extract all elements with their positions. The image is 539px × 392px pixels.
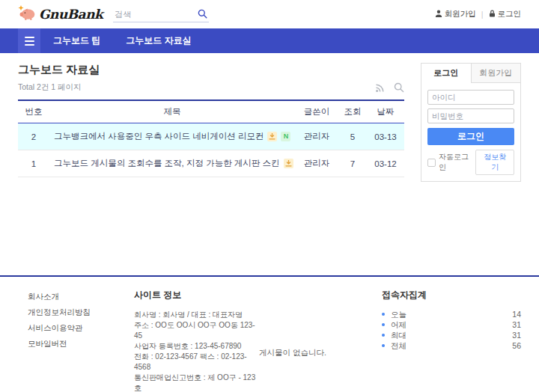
auto-login-label: 자동로그인 [439,152,475,173]
bullet-icon [382,313,385,316]
footer: 회사소개 개인정보처리방침 서비스이용약관 모바일버전 사이트 정보 회사명 :… [0,275,539,391]
stat-label: 어제 [391,319,406,330]
empty-board-message: 게시물이 없습니다. [259,348,326,358]
footer-site-info: 사이트 정보 회사명 : 회사명 / 대표 : 대표자명 주소 : OO도 OO… [134,289,259,392]
stat-row-total: 전체 56 [382,340,521,351]
password-field[interactable] [427,108,514,123]
page: GnuBank 회원가입 | [0,0,539,392]
lock-icon [489,10,496,19]
stat-label: 전체 [391,340,406,351]
post-author: 관리자 [295,131,338,142]
attachment-icon [267,132,277,141]
login-label: 로그인 [498,9,522,19]
stat-row-yesterday: 어제 31 [382,319,521,330]
site-info-line: 주소 : OO도 OO시 OO구 OO동 123-45 [134,320,259,341]
tab-login[interactable]: 로그인 [421,64,472,83]
logo-text: GnuBank [39,7,103,22]
post-date: 03-13 [367,132,404,141]
board-tools [375,82,404,93]
footer-visitor-stats: 접속자집계 오늘 14 어제 31 최대 31 [382,289,521,392]
main-navbar: 그누보드 팁 그누보드 자료실 [0,28,539,53]
piggy-bank-icon [18,5,36,23]
attachment-icon [284,159,293,168]
checkbox-icon[interactable] [427,159,436,167]
footer-latest-posts: 게시물이 없습니다. [259,289,382,392]
new-post-badge: N [281,132,290,141]
post-views: 7 [338,159,367,168]
bullet-icon [382,323,385,326]
footer-links: 회사소개 개인정보처리방침 서비스이용약관 모바일버전 [18,289,134,392]
site-info-line: 통신판매업신고번호 : 제 OO구 - 123호 [134,373,259,392]
site-logo[interactable]: GnuBank [18,5,103,23]
bullet-icon [382,334,385,337]
col-header-title: 제목 [49,106,295,117]
person-icon [435,10,442,19]
site-info-line: 전화 : 02-123-4567 팩스 : 02-123-4568 [134,352,259,373]
top-header: GnuBank 회원가입 | [0,0,539,28]
sidebar: 로그인 회원가입 로그인 자동로그인 정보찾기 [421,63,521,275]
stat-value: 31 [512,319,521,330]
board-section: 그누보드 자료실 Total 2건 1 페이지 [18,63,404,275]
login-form: 로그인 자동로그인 정보찾기 [421,83,520,181]
table-row[interactable]: 1 그누보드 게시물의 조회수를 조작, 지정 가능한 게시판 스킨 관리자 [18,150,404,177]
main-content: 그누보드 자료실 Total 2건 1 페이지 [0,53,539,275]
table-header: 번호 제목 글쓴이 조회 날짜 [18,101,404,123]
post-number: 1 [18,159,49,168]
stat-row-today: 오늘 14 [382,309,521,319]
post-author: 관리자 [295,158,338,169]
login-button[interactable]: 로그인 [427,128,514,145]
post-views: 5 [338,132,367,141]
page-title: 그누보드 자료실 [18,63,404,77]
signup-link[interactable]: 회원가입 [435,9,476,19]
hamburger-menu-icon[interactable] [18,28,40,53]
header-search [113,7,209,22]
site-info-title: 사이트 정보 [134,289,259,301]
board-search-icon[interactable] [394,82,404,93]
nav-item-tips[interactable]: 그누보드 팁 [40,28,113,53]
bullet-icon [382,344,385,347]
col-header-no: 번호 [18,106,49,117]
find-info-button[interactable]: 정보찾기 [475,150,514,175]
member-links: 회원가입 | 로그인 [435,9,521,19]
site-info-line: 회사명 : 회사명 / 대표 : 대표자명 [134,310,259,320]
login-link[interactable]: 로그인 [489,9,522,19]
board-table: 번호 제목 글쓴이 조회 날짜 2 그누뱅크에서 사용중인 우측 사이드 네비게… [18,99,404,177]
search-input[interactable] [113,7,209,22]
stat-label: 오늘 [391,309,406,319]
links-divider: | [481,10,484,19]
tab-signup[interactable]: 회원가입 [472,64,521,83]
login-widget: 로그인 회원가입 로그인 자동로그인 정보찾기 [421,63,521,182]
footer-link-company[interactable]: 회사소개 [28,289,134,304]
stat-value: 31 [512,330,521,340]
rss-icon[interactable] [375,83,385,93]
col-header-date: 날짜 [367,106,404,117]
stat-label: 최대 [391,330,406,340]
col-header-views: 조회 [338,106,367,117]
post-number: 2 [18,132,49,141]
user-id-field[interactable] [427,90,514,105]
col-header-author: 글쓴이 [295,106,338,117]
signup-label: 회원가입 [445,9,476,19]
post-date: 03-12 [367,159,404,168]
login-tabs: 로그인 회원가입 [421,64,520,83]
visitor-stats-title: 접속자집계 [382,289,521,301]
stat-row-max: 최대 31 [382,330,521,340]
post-title-link[interactable]: 그누뱅크에서 사용중인 우측 사이드 네비게이션 리모컨 [54,131,264,142]
site-info-line: 사업자 등록번호 : 123-45-67890 [134,341,259,352]
auto-login-checkbox[interactable]: 자동로그인 [427,152,475,173]
footer-link-mobile[interactable]: 모바일버전 [28,336,134,352]
table-row[interactable]: 2 그누뱅크에서 사용중인 우측 사이드 네비게이션 리모컨 N [18,123,404,150]
search-icon[interactable] [198,8,207,22]
stat-value: 14 [512,309,521,319]
stat-value: 56 [512,340,521,351]
nav-item-resources[interactable]: 그누보드 자료실 [113,28,204,53]
footer-link-terms[interactable]: 서비스이용약관 [28,320,134,336]
post-title-link[interactable]: 그누보드 게시물의 조회수를 조작, 지정 가능한 게시판 스킨 [54,158,280,169]
board-meta: Total 2건 1 페이지 [18,82,404,93]
board-summary: Total 2건 1 페이지 [18,82,82,93]
footer-link-privacy[interactable]: 개인정보처리방침 [28,304,134,320]
